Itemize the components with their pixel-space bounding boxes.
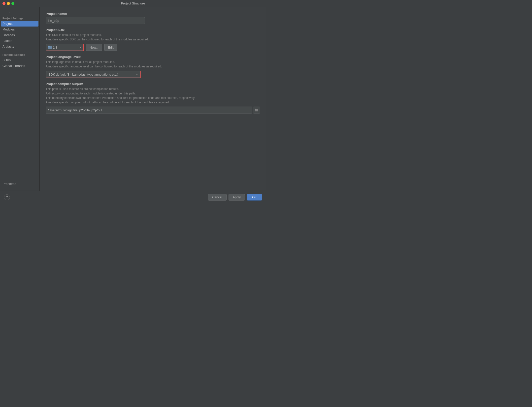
- compiler-output-label: Project compiler output:: [46, 82, 260, 86]
- project-name-label: Project name:: [46, 12, 260, 16]
- sidebar-item-sdks-label: SDKs: [2, 58, 11, 62]
- language-level-desc: This language level is default for all p…: [46, 60, 260, 69]
- sdk-value: 1.8: [53, 46, 57, 49]
- folder-icon: [48, 45, 52, 50]
- language-level-section: Project language level: This language le…: [46, 55, 260, 78]
- apply-button[interactable]: Apply: [229, 194, 245, 201]
- sidebar-item-project-label: Project: [2, 22, 12, 26]
- bottom-left: ?: [4, 194, 10, 200]
- sdk-select-container[interactable]: 1.8 ▼: [46, 44, 83, 51]
- sidebar-item-libraries[interactable]: Libraries: [0, 32, 39, 38]
- minimize-button[interactable]: [7, 2, 10, 5]
- sidebar-item-global-libraries[interactable]: Global Libraries: [0, 63, 39, 69]
- nav-row: ← →: [0, 9, 39, 15]
- forward-arrow[interactable]: →: [7, 10, 10, 14]
- ok-button[interactable]: OK: [247, 194, 262, 201]
- sidebar: ← → Project Settings Project Modules Lib…: [0, 7, 40, 191]
- sidebar-item-facets[interactable]: Facets: [0, 38, 39, 44]
- sdk-edit-button[interactable]: Edit: [104, 44, 117, 51]
- platform-settings-header: Platform Settings: [0, 51, 39, 57]
- project-name-input[interactable]: [46, 17, 145, 24]
- language-dropdown-arrow: ▼: [136, 73, 138, 76]
- language-select-wrapper: SDK default (8 - Lambdas, type annotatio…: [46, 71, 141, 78]
- cancel-button[interactable]: Cancel: [208, 194, 226, 201]
- svg-rect-3: [255, 109, 256, 110]
- sdk-dropdown-arrow: ▼: [79, 46, 82, 49]
- compiler-output-desc: This path is used to store all project c…: [46, 87, 260, 105]
- bottom-bar: ? Cancel Apply OK: [0, 191, 266, 204]
- compiler-output-input[interactable]: [46, 107, 252, 114]
- folder-open-icon: [255, 109, 258, 112]
- sidebar-item-artifacts-label: Artifacts: [2, 45, 14, 48]
- sidebar-item-artifacts[interactable]: Artifacts: [0, 44, 39, 49]
- project-sdk-desc1: This SDK is default for all project modu…: [46, 33, 260, 42]
- sidebar-item-modules-label: Modules: [2, 28, 15, 31]
- language-level-label: Project language level:: [46, 55, 260, 59]
- compiler-output-row: [46, 107, 260, 114]
- sdk-row: 1.8 ▼ New... Edit: [46, 44, 260, 51]
- traffic-lights[interactable]: [2, 2, 14, 5]
- sidebar-item-problems-label: Problems: [2, 182, 16, 186]
- sdk-select-wrapper: 1.8 ▼: [46, 44, 84, 51]
- compiler-folder-button[interactable]: [253, 107, 260, 114]
- sidebar-bottom: Problems: [0, 179, 39, 189]
- sdk-new-button[interactable]: New...: [86, 44, 102, 51]
- sidebar-item-modules[interactable]: Modules: [0, 27, 39, 32]
- bottom-right: Cancel Apply OK: [208, 194, 262, 201]
- title-bar: Project Structure: [0, 0, 266, 7]
- content-area: Project name: Project SDK: This SDK is d…: [40, 7, 266, 191]
- sidebar-item-sdks[interactable]: SDKs: [0, 57, 39, 63]
- project-sdk-section: Project SDK: This SDK is default for all…: [46, 28, 260, 51]
- help-button[interactable]: ?: [4, 194, 10, 200]
- project-name-section: Project name:: [46, 12, 260, 24]
- language-value: SDK default (8 - Lambdas, type annotatio…: [48, 73, 118, 76]
- back-arrow[interactable]: ←: [2, 10, 5, 14]
- svg-rect-1: [48, 46, 50, 47]
- language-select-container[interactable]: SDK default (8 - Lambdas, type annotatio…: [46, 71, 140, 78]
- maximize-button[interactable]: [11, 2, 14, 5]
- main-layout: ← → Project Settings Project Modules Lib…: [0, 7, 266, 191]
- project-sdk-label: Project SDK:: [46, 28, 260, 32]
- project-settings-header: Project Settings: [0, 15, 39, 21]
- sidebar-item-problems[interactable]: Problems: [2, 181, 37, 187]
- compiler-output-section: Project compiler output: This path is us…: [46, 82, 260, 114]
- close-button[interactable]: [2, 2, 5, 5]
- sidebar-item-project[interactable]: Project: [1, 21, 38, 27]
- window-title: Project Structure: [121, 1, 145, 5]
- sidebar-item-libraries-label: Libraries: [2, 33, 15, 37]
- sidebar-item-global-libraries-label: Global Libraries: [2, 64, 25, 68]
- sidebar-item-facets-label: Facets: [2, 39, 12, 43]
